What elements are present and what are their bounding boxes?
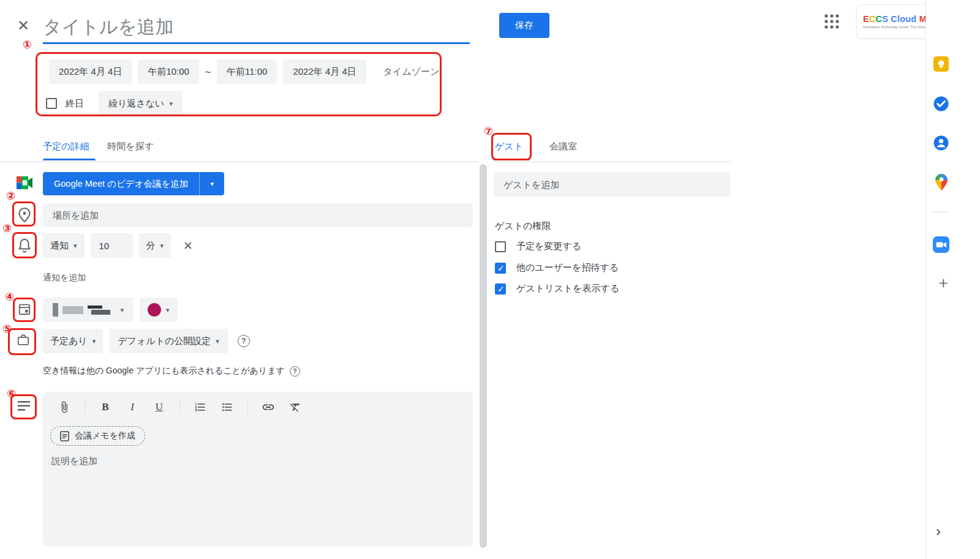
add-meet-button[interactable]: Google Meet のビデオ会議を追加 ▾ — [43, 172, 224, 195]
permission-label: 他のユーザーを招待する — [516, 262, 619, 274]
event-color-dropdown[interactable]: ▾ — [140, 298, 178, 322]
google-keep-icon[interactable] — [933, 56, 949, 72]
description-lines-icon — [18, 400, 31, 411]
zoom-icon[interactable] — [933, 236, 949, 253]
annotation-number-4: ④ — [5, 291, 14, 302]
toolbar-divider — [85, 400, 85, 415]
right-tabs-divider — [494, 162, 731, 162]
start-date-chip[interactable]: 2022年 4月 4日 — [49, 59, 132, 84]
left-tabs-divider — [0, 162, 478, 162]
permission-row: ゲストリストを表示する — [495, 283, 619, 295]
save-button[interactable]: 保存 — [499, 13, 549, 38]
datetime-row: 2022年 4月 4日 午前10:00 ～ 午前11:00 2022年 4月 4… — [49, 59, 440, 84]
permission-row: 予定を変更する — [495, 241, 581, 252]
visibility-help-icon[interactable]: ? — [238, 335, 250, 347]
calendar-dropdown[interactable]: ▾ — [43, 298, 134, 322]
panel-scrollbar[interactable] — [480, 164, 487, 548]
allday-row: 終日 繰り返さない▾ — [46, 91, 183, 116]
permission-label: 予定を変更する — [516, 241, 581, 252]
all-day-checkbox[interactable] — [46, 98, 57, 109]
add-addon-icon[interactable]: ＋ — [935, 274, 951, 290]
annotation-number-2: ② — [6, 190, 15, 201]
modify-event-checkbox[interactable] — [495, 241, 506, 252]
bulleted-list-icon[interactable] — [221, 400, 234, 414]
add-guests-input[interactable] — [494, 172, 731, 197]
meet-options-dropdown[interactable]: ▾ — [200, 180, 224, 188]
tab-guests-underline — [494, 159, 529, 160]
see-guest-list-checkbox[interactable] — [495, 283, 506, 295]
chevron-down-icon: ▾ — [216, 337, 219, 345]
apps-grid-icon[interactable] — [823, 13, 840, 30]
clear-formatting-icon[interactable] — [288, 400, 302, 414]
underline-icon[interactable]: U — [153, 400, 166, 414]
title-input[interactable] — [43, 11, 470, 44]
toolbar-divider — [247, 400, 248, 415]
location-pin-icon — [18, 208, 31, 222]
visibility-row: 予定あり▾ デフォルトの公開設定▾ ? — [43, 329, 250, 353]
busy-status-dropdown[interactable]: 予定あり▾ — [43, 329, 103, 353]
calendar-icon — [18, 302, 31, 317]
insert-link-icon[interactable] — [262, 400, 275, 414]
bell-icon — [18, 238, 31, 253]
end-date-chip[interactable]: 2022年 4月 4日 — [283, 59, 366, 84]
invite-others-checkbox[interactable] — [495, 263, 506, 274]
recurrence-dropdown[interactable]: 繰り返さない▾ — [99, 91, 183, 116]
guest-permissions-title: ゲストの権限 — [495, 220, 551, 232]
event-color-dot — [148, 303, 161, 317]
annotation-number-6: ⑥ — [7, 388, 16, 399]
chevron-down-icon: ▾ — [160, 242, 164, 250]
tab-rooms[interactable]: 会議室 — [549, 141, 577, 152]
calendar-name-redacted — [53, 303, 110, 317]
calendar-select-row: ▾ ▾ — [43, 298, 178, 322]
description-editor[interactable]: B I U 会議メモを作成 — [43, 392, 473, 547]
chevron-down-icon: ▾ — [92, 337, 96, 345]
create-meeting-notes-button[interactable]: 会議メモを作成 — [50, 426, 145, 446]
attach-icon[interactable] — [58, 400, 71, 414]
availability-note: 空き情報は他の Google アプリにも表示されることがあります ? — [43, 366, 300, 377]
timezone-link[interactable]: タイムゾーン — [383, 66, 440, 78]
close-icon[interactable]: ✕ — [17, 18, 29, 33]
location-input[interactable] — [43, 203, 473, 227]
side-panel-rail — [925, 0, 980, 559]
notification-unit-dropdown[interactable]: 分▾ — [139, 233, 172, 258]
notification-type-dropdown[interactable]: 通知▾ — [43, 233, 85, 258]
right-tabs: ゲスト 会議室 — [495, 141, 577, 152]
all-day-label: 終日 — [66, 98, 84, 110]
note-help-icon[interactable]: ? — [290, 366, 300, 377]
time-separator: ～ — [203, 66, 213, 78]
left-tabs: 予定の詳細 時間を探す — [43, 141, 154, 152]
document-icon — [60, 431, 69, 441]
add-notification-link[interactable]: 通知を追加 — [43, 272, 86, 283]
chevron-down-icon: ▾ — [74, 242, 77, 250]
permission-label: ゲストリストを表示する — [516, 283, 619, 295]
permission-row: 他のユーザーを招待する — [495, 262, 619, 274]
description-placeholder: 説明を追加 — [51, 456, 97, 467]
end-time-chip[interactable]: 午前11:00 — [217, 59, 277, 84]
italic-icon[interactable]: I — [126, 400, 139, 414]
bold-icon[interactable]: B — [99, 400, 112, 414]
event-editor-screen: ✕ 保存 ECCS Cloud Mail Information Technol… — [0, 0, 980, 559]
briefcase-icon — [17, 333, 30, 347]
notification-value-input[interactable] — [91, 233, 133, 258]
visibility-dropdown[interactable]: デフォルトの公開設定▾ — [109, 329, 228, 353]
google-meet-icon — [17, 176, 32, 189]
google-maps-icon[interactable] — [935, 174, 948, 190]
rail-divider — [932, 212, 949, 212]
annotation-number-3: ③ — [2, 223, 12, 234]
remove-notification-icon[interactable]: ✕ — [183, 239, 193, 253]
annotation-number-7: ⑦ — [484, 126, 493, 137]
numbered-list-icon[interactable] — [194, 400, 207, 414]
annotation-number-1: ① — [23, 39, 32, 50]
collapse-panel-icon[interactable]: › — [936, 524, 941, 539]
toolbar-divider — [179, 400, 180, 415]
tab-find-time[interactable]: 時間を探す — [107, 141, 154, 152]
chevron-down-icon: ▾ — [169, 100, 173, 108]
tab-event-details[interactable]: 予定の詳細 — [43, 141, 89, 152]
google-tasks-icon[interactable] — [933, 96, 949, 111]
tab-details-underline — [43, 159, 96, 160]
chevron-down-icon: ▾ — [120, 306, 124, 314]
google-contacts-icon[interactable] — [933, 135, 949, 151]
tab-guests[interactable]: ゲスト — [495, 141, 523, 152]
start-time-chip[interactable]: 午前10:00 — [138, 59, 199, 84]
chevron-down-icon: ▾ — [166, 306, 170, 314]
